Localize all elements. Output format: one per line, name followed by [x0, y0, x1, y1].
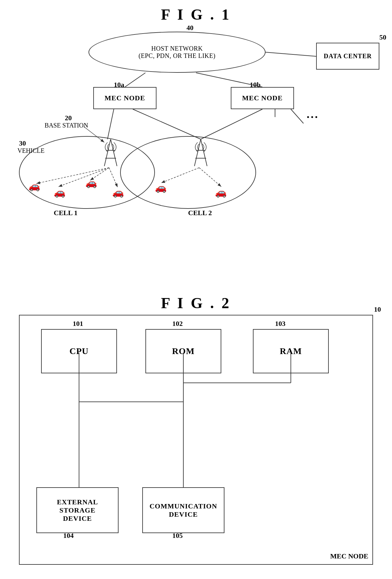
- car6-icon: 🚗: [215, 187, 227, 198]
- car3-icon: 🚗: [85, 177, 97, 188]
- base-station-label: BASE STATION: [38, 122, 95, 129]
- host-network-ellipse: HOST NETWORK (EPC, PDN, OR THE LIKE): [89, 32, 266, 73]
- car5-icon: 🚗: [155, 182, 167, 193]
- svg-line-12: [133, 109, 201, 139]
- svg-line-8: [266, 52, 316, 56]
- mec-node-a-box: MEC NODE: [93, 87, 156, 109]
- mec-node-b-box: MEC NODE: [231, 87, 294, 109]
- ext-storage-line3: DEVICE: [63, 514, 92, 523]
- fig2-ref-10: 10: [374, 305, 381, 314]
- car4-icon: 🚗: [112, 187, 124, 198]
- ref-101: 101: [73, 320, 83, 328]
- host-network-line1: HOST NETWORK: [138, 45, 215, 52]
- ext-storage-line2: STORAGE: [59, 506, 95, 514]
- host-network-line2: (EPC, PDN, OR THE LIKE): [138, 52, 215, 59]
- svg-line-1: [111, 139, 117, 166]
- fig1-title: F I G . 1: [0, 6, 392, 23]
- cell2-label: CELL 2: [188, 209, 212, 217]
- ref-50: 50: [379, 33, 386, 41]
- ref-102: 102: [172, 320, 183, 328]
- svg-line-4: [194, 139, 201, 166]
- ext-storage-box: EXTERNAL STORAGE DEVICE: [36, 487, 119, 533]
- dots-label: ...: [307, 108, 319, 121]
- diagram-container: F I G . 1 40 HOST NETWORK (EPC, PDN, OR …: [0, 0, 392, 579]
- tower1-icon: [103, 139, 119, 170]
- rom-box: ROM: [145, 329, 221, 373]
- data-center-box: DATA CENTER: [316, 43, 379, 70]
- ref-103: 103: [275, 320, 285, 328]
- cell2-oval: [120, 136, 256, 209]
- svg-line-13: [201, 109, 262, 139]
- cpu-box: CPU: [41, 329, 117, 373]
- tower2-icon: [193, 139, 209, 170]
- ext-storage-line1: EXTERNAL: [57, 498, 98, 506]
- car2-icon: 🚗: [54, 187, 65, 198]
- comm-device-line2: DEVICE: [169, 510, 198, 519]
- ram-box: RAM: [253, 329, 329, 373]
- svg-line-9: [125, 73, 145, 87]
- fig2-title: F I G . 2: [0, 294, 392, 312]
- comm-device-line1: COMMUNICATION: [150, 502, 217, 510]
- svg-line-5: [201, 139, 207, 166]
- cell1-label: CELL 1: [54, 209, 77, 217]
- ref-30: 30: [19, 139, 26, 147]
- comm-device-box: COMMUNICATION DEVICE: [142, 487, 224, 533]
- ref-40: 40: [187, 24, 193, 32]
- svg-line-11: [107, 109, 114, 139]
- svg-line-15: [291, 109, 303, 123]
- car1-icon: 🚗: [28, 180, 40, 191]
- ref-20: 20: [65, 114, 72, 122]
- svg-line-0: [104, 139, 111, 166]
- mec-node-label: MEC NODE: [330, 552, 368, 560]
